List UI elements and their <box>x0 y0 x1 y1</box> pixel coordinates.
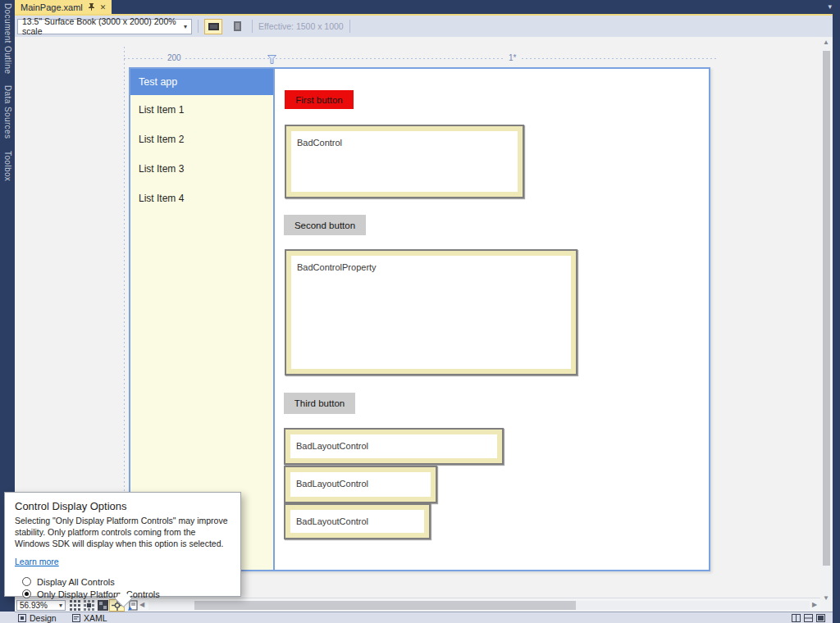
portrait-orientation-button[interactable] <box>228 19 246 34</box>
horizontal-scrollbar[interactable] <box>148 601 810 610</box>
editor-view-bar: Design XAML <box>0 612 833 623</box>
show-snap-grid-icon[interactable] <box>68 599 81 612</box>
designer-toolbar: 13.5" Surface Book (3000 x 2000) 200% sc… <box>15 16 833 37</box>
horizontal-split-icon[interactable] <box>804 614 813 622</box>
landscape-icon <box>208 23 219 30</box>
close-icon[interactable]: ✕ <box>100 3 107 11</box>
chevron-down-icon: ▾ <box>59 602 62 609</box>
vertical-split-icon[interactable] <box>816 614 825 622</box>
horizontal-scrollbar-thumb[interactable] <box>194 601 576 610</box>
grid-splitter-handle[interactable] <box>267 52 276 67</box>
sidebar-item-document-outline[interactable]: Document Outline <box>3 3 12 74</box>
tab-list-chevron-icon[interactable]: ▾ <box>828 2 832 11</box>
landscape-orientation-button[interactable] <box>204 19 222 34</box>
tab-design-label: Design <box>30 613 57 623</box>
active-document-accent-line <box>15 14 833 16</box>
toolbar-separator <box>349 20 350 33</box>
scroll-right-icon[interactable]: ▶ <box>812 601 817 608</box>
bad-layout-control[interactable]: BadLayoutControl <box>284 466 437 503</box>
tab-design-view[interactable]: Design <box>18 613 57 623</box>
list-item[interactable]: List Item 3 <box>130 154 273 184</box>
designer-status-row: 56.93% ▾ ◀ ▶ <box>15 598 820 612</box>
portrait-icon <box>234 21 241 31</box>
pin-icon[interactable] <box>88 2 95 12</box>
statusbar-corner <box>0 612 15 623</box>
toggle-artboard-background-icon[interactable] <box>96 599 109 612</box>
toolbar-separator <box>198 20 199 33</box>
grid-column-rail <box>124 58 716 59</box>
bad-layout-control[interactable]: BadLayoutControl <box>284 428 504 465</box>
bad-layout-control-label: BadLayoutControl <box>290 434 497 458</box>
sidebar-item-toolbox[interactable]: Toolbox <box>3 151 12 181</box>
sidebar-item-data-sources[interactable]: Data Sources <box>3 85 12 139</box>
swap-panes-icon[interactable] <box>792 614 801 622</box>
bad-control-property-label: BadControlProperty <box>291 256 571 369</box>
list-item[interactable]: List Item 2 <box>130 125 273 154</box>
scroll-down-icon[interactable]: ▼ <box>823 594 829 602</box>
tab-title: MainPage.xaml <box>21 2 83 12</box>
chevron-down-icon: ▾ <box>184 23 187 30</box>
radio-label: Display All Controls <box>37 577 115 587</box>
tab-xaml-view[interactable]: XAML <box>72 613 107 623</box>
radio-icon[interactable] <box>22 577 31 586</box>
tab-mainpage-xaml[interactable]: MainPage.xaml ✕ <box>15 0 112 14</box>
toolbar-separator <box>252 20 253 33</box>
vs-xaml-designer-window: MainPage.xaml ✕ ▾ 13.5" Surface Book (30… <box>0 0 840 623</box>
radio-label: Only Display Platform Controls <box>37 589 160 599</box>
vertical-scrollbar[interactable]: ▲ ▼ <box>820 37 833 610</box>
second-button[interactable]: Second button <box>284 215 366 235</box>
bad-control[interactable]: BadControl <box>285 125 524 198</box>
popup-title: Control Display Options <box>15 500 231 512</box>
xaml-view-icon <box>72 614 80 622</box>
bad-layout-control-label: BadLayoutControl <box>290 510 424 533</box>
app-title-header[interactable]: Test app <box>130 69 273 95</box>
window-border <box>833 0 840 623</box>
radio-display-all-controls[interactable]: Display All Controls <box>22 577 231 587</box>
third-button[interactable]: Third button <box>284 393 355 414</box>
column-width-label: 1* <box>505 53 519 62</box>
first-button[interactable]: First button <box>285 90 354 109</box>
list-item[interactable]: List Item 4 <box>130 184 273 213</box>
scroll-up-icon[interactable]: ▲ <box>823 39 829 46</box>
bad-control-property[interactable]: BadControlProperty <box>285 249 578 375</box>
bad-layout-control-label: BadLayoutControl <box>290 472 431 497</box>
effective-resolution-label: Effective: 1500 x 1000 <box>258 21 344 31</box>
learn-more-link[interactable]: Learn more <box>15 557 59 566</box>
snap-to-grid-icon[interactable] <box>82 599 95 612</box>
tab-xaml-label: XAML <box>84 613 107 623</box>
zoom-level-dropdown[interactable]: 56.93% ▾ <box>16 600 66 611</box>
document-tab-strip: MainPage.xaml ✕ ▾ <box>0 0 840 14</box>
zoom-level-value: 56.93% <box>20 601 48 610</box>
radio-selected-icon[interactable] <box>22 589 31 598</box>
column-width-label: 200 <box>164 53 185 62</box>
device-selector-dropdown[interactable]: 13.5" Surface Book (3000 x 2000) 200% sc… <box>17 19 192 34</box>
popup-body-text: Selecting "Only Display Platform Control… <box>15 516 231 550</box>
vertical-scrollbar-thumb[interactable] <box>823 51 830 566</box>
bad-control-label: BadControl <box>291 131 518 192</box>
design-view-icon <box>18 614 26 622</box>
list-item[interactable]: List Item 1 <box>130 95 273 125</box>
bad-layout-control[interactable]: BadLayoutControl <box>284 503 431 539</box>
split-view-buttons <box>792 614 825 622</box>
device-selector-value: 13.5" Surface Book (3000 x 2000) 200% sc… <box>22 16 184 36</box>
scroll-left-icon[interactable]: ◀ <box>139 601 144 608</box>
control-display-options-popup: Control Display Options Selecting "Only … <box>4 492 241 597</box>
